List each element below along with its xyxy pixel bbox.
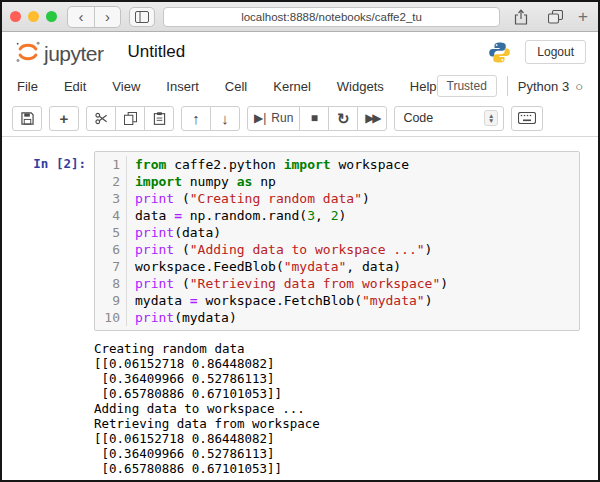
restart-kernel-button[interactable]: ↻	[328, 106, 358, 131]
paste-icon	[153, 112, 166, 125]
menu-item-edit[interactable]: Edit	[64, 79, 86, 94]
address-url: localhost:8888/notebooks/caffe2_tu	[241, 11, 422, 23]
restart-icon: ↻	[337, 111, 350, 126]
line-number: 3	[95, 190, 120, 207]
show-tabs-button[interactable]	[542, 7, 568, 27]
jupyter-header: jupyter Untitled Logout	[2, 32, 598, 72]
restart-run-all-button[interactable]: ▶▶	[357, 106, 387, 131]
line-number: 2	[95, 173, 120, 190]
menu-item-insert[interactable]: Insert	[166, 79, 199, 94]
new-tab-button[interactable]: +	[576, 7, 590, 27]
python-logo-icon	[488, 41, 511, 64]
run-label: Run	[271, 111, 293, 125]
cell-output: Creating random data [[0.06152718 0.8644…	[94, 341, 580, 476]
menubar-items: FileEditViewInsertCellKernelWidgetsHelp	[17, 79, 437, 94]
code-line: import numpy as np	[135, 173, 448, 190]
tab-overview-icon	[135, 11, 149, 23]
trusted-badge[interactable]: Trusted	[437, 75, 497, 97]
notebook-body: In [2]: 12345678910 from caffe2.python i…	[2, 137, 598, 480]
run-icon: ▶|	[254, 112, 266, 124]
close-window-button[interactable]	[10, 11, 21, 22]
code-line: print ("Adding data to workspace ...")	[135, 241, 448, 258]
line-number: 9	[95, 292, 120, 309]
cut-icon	[95, 112, 108, 125]
code-line: data = np.random.rand(3, 2)	[135, 207, 448, 224]
line-number: 8	[95, 275, 120, 292]
code-line: print(data)	[135, 224, 448, 241]
line-number: 6	[95, 241, 120, 258]
line-number: 7	[95, 258, 120, 275]
code-line: workspace.FeedBlob("mydata", data)	[135, 258, 448, 275]
interrupt-kernel-button[interactable]: ■	[299, 106, 329, 131]
minimize-window-button[interactable]	[28, 11, 39, 22]
window-controls	[10, 11, 57, 22]
code-line: print ("Creating random data")	[135, 190, 448, 207]
code-lines: from caffe2.python import workspaceimpor…	[127, 156, 448, 326]
keyboard-icon	[518, 112, 536, 124]
forward-icon: ›	[105, 9, 110, 24]
run-all-icon: ▶▶	[365, 112, 379, 124]
kernel-idle-icon: ○	[575, 80, 583, 93]
back-icon: ‹	[79, 9, 84, 24]
code-input-area[interactable]: 12345678910 from caffe2.python import wo…	[94, 151, 580, 331]
browser-chrome: ‹ › localhost:8888/notebooks/caffe2_tu +	[2, 2, 598, 32]
menu-item-widgets[interactable]: Widgets	[337, 79, 384, 94]
copy-icon	[124, 112, 137, 125]
menubar: FileEditViewInsertCellKernelWidgetsHelp …	[2, 72, 598, 100]
tabs-icon	[548, 10, 563, 24]
move-cell-down-button[interactable]: ↓	[210, 106, 240, 131]
line-number: 4	[95, 207, 120, 224]
logout-button[interactable]: Logout	[525, 40, 586, 64]
run-cell-button[interactable]: ▶| Run	[247, 106, 300, 131]
menu-item-file[interactable]: File	[17, 79, 38, 94]
save-icon	[21, 112, 34, 125]
notebook-toolbar: + ↑ ↓ ▶| Run ■ ↻ ▶▶ Code	[2, 100, 598, 137]
code-line: print ("Retrieving data from workspace")	[135, 275, 448, 292]
code-line: mydata = workspace.FetchBlob("mydata")	[135, 292, 448, 309]
code-line: from caffe2.python import workspace	[135, 156, 448, 173]
header-right: Logout	[488, 40, 586, 64]
menubar-right: Trusted Python 3 ○	[437, 75, 583, 97]
jupyter-logo-text: jupyter	[44, 42, 104, 66]
cut-cell-button[interactable]	[86, 106, 116, 131]
command-palette-button[interactable]	[511, 106, 543, 131]
dropdown-stepper-icon: ▲ ▼	[484, 110, 498, 126]
code-line: print(mydata)	[135, 309, 448, 326]
paste-cell-button[interactable]	[144, 106, 174, 131]
back-button[interactable]: ‹	[68, 7, 94, 27]
jupyter-logo[interactable]: jupyter	[14, 38, 104, 66]
save-button[interactable]	[12, 106, 42, 131]
address-bar[interactable]: localhost:8888/notebooks/caffe2_tu	[163, 7, 500, 27]
kernel-name: Python 3	[518, 79, 569, 94]
share-button[interactable]	[508, 7, 534, 27]
share-icon	[514, 9, 528, 25]
cell-type-value: Code	[403, 111, 433, 125]
code-cell: In [2]: 12345678910 from caffe2.python i…	[2, 151, 598, 331]
move-up-icon: ↑	[192, 111, 200, 126]
menu-item-help[interactable]: Help	[410, 79, 437, 94]
move-cell-up-button[interactable]: ↑	[181, 106, 211, 131]
zoom-window-button[interactable]	[46, 11, 57, 22]
move-down-icon: ↓	[221, 111, 229, 126]
menu-item-view[interactable]: View	[112, 79, 140, 94]
copy-cell-button[interactable]	[115, 106, 145, 131]
kernel-indicator: Python 3 ○	[507, 76, 583, 96]
input-prompt: In [2]:	[2, 151, 94, 331]
notebook-title[interactable]: Untitled	[128, 42, 186, 62]
nav-buttons: ‹ ›	[67, 6, 121, 28]
line-number: 1	[95, 156, 120, 173]
browser-window: ‹ › localhost:8888/notebooks/caffe2_tu +	[0, 0, 600, 482]
stop-icon: ■	[311, 112, 318, 124]
line-number-gutter: 12345678910	[95, 156, 127, 326]
line-number: 10	[95, 309, 120, 326]
forward-button[interactable]: ›	[94, 7, 120, 27]
menu-item-kernel[interactable]: Kernel	[273, 79, 311, 94]
cell-type-dropdown[interactable]: Code ▲ ▼	[394, 106, 504, 131]
add-cell-icon: +	[60, 111, 69, 126]
line-number: 5	[95, 224, 120, 241]
menu-item-cell[interactable]: Cell	[225, 79, 247, 94]
add-cell-button[interactable]: +	[49, 106, 79, 131]
jupyter-logo-icon	[14, 38, 42, 66]
tab-overview-button[interactable]	[129, 7, 155, 27]
